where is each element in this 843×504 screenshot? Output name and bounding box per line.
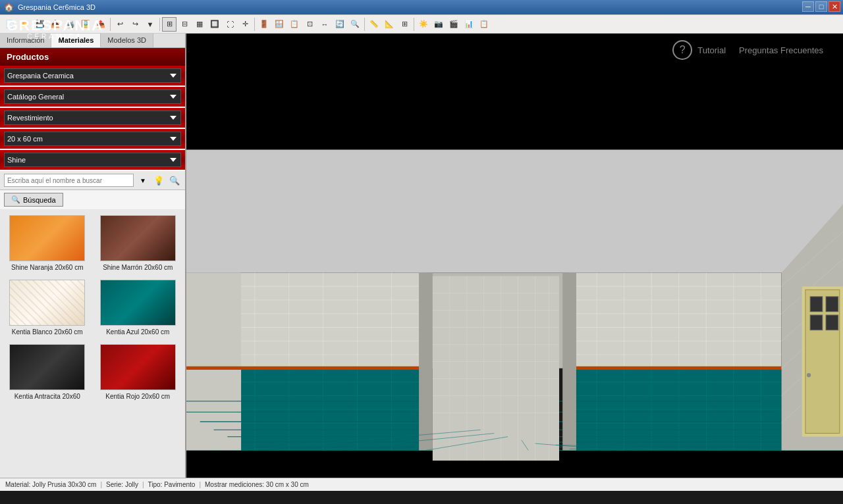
size-dropdown[interactable]: 20 x 60 cm: [4, 132, 181, 146]
fullscreen-button[interactable]: ⛶: [223, 17, 237, 32]
select-button[interactable]: ⊡: [302, 17, 317, 32]
undo-button[interactable]: ↩: [113, 17, 127, 32]
serie-section: Shine: [0, 150, 185, 170]
align-button[interactable]: ⊞: [397, 17, 412, 32]
toolbar-separator-2: [159, 18, 160, 31]
save-button[interactable]: 💾: [33, 17, 47, 32]
brand-section: Grespania Ceramica: [0, 66, 185, 86]
viewport[interactable]: ? Tutorial Preguntas Frecuentes: [186, 34, 843, 478]
settings-button[interactable]: ✛: [238, 17, 252, 32]
open-button[interactable]: 📂: [18, 17, 32, 32]
render-button[interactable]: 🎬: [447, 17, 461, 32]
product-label-shine-marron: Shine Marrón 20x60 cm: [103, 263, 173, 272]
tutorial-label: Tutorial: [697, 45, 726, 55]
svg-rect-98: [810, 315, 823, 330]
type-dropdown[interactable]: Revestimiento: [4, 111, 181, 125]
tutorial-button[interactable]: ? Tutorial: [672, 40, 726, 60]
status-mediciones: Mostrar mediciones: 30 cm x 30 cm: [205, 481, 309, 488]
product-label-kentia-antracita: Kentia Antracita 20x60: [14, 392, 80, 401]
grid2d-button[interactable]: ⊞: [162, 17, 177, 32]
product-label-shine-naranja: Shine Naranja 20x60 cm: [11, 263, 84, 272]
undo-dropdown[interactable]: ▼: [143, 17, 157, 32]
image-button[interactable]: 🖼️: [78, 17, 93, 32]
export-button[interactable]: 📤: [94, 17, 108, 32]
view3d-button[interactable]: 🔲: [207, 17, 222, 32]
dropdown-arrow-button[interactable]: ▼: [136, 174, 150, 187]
rotate-button[interactable]: 🔄: [333, 17, 347, 32]
new-button[interactable]: 📄: [3, 17, 17, 32]
measure-button[interactable]: 📏: [367, 17, 381, 32]
sun-button[interactable]: ☀️: [416, 17, 431, 32]
product-shine-naranja[interactable]: Shine Naranja 20x60 cm: [4, 213, 91, 274]
chart-button[interactable]: 📊: [462, 17, 476, 32]
tab-modelos3d[interactable]: Modelos 3D: [101, 34, 153, 47]
svg-rect-71: [433, 276, 559, 461]
svg-marker-16: [570, 272, 782, 368]
grid3d-button[interactable]: ⊟: [177, 17, 192, 32]
catalog-dropdown[interactable]: Catálogo General: [4, 89, 181, 104]
svg-rect-97: [826, 297, 838, 312]
product-thumb-kentia-rojo: [100, 344, 176, 390]
status-sep-2: |: [142, 481, 144, 488]
camera-button[interactable]: 📷: [431, 17, 446, 32]
print-button[interactable]: 🖨️: [63, 17, 78, 32]
maximize-button[interactable]: □: [815, 1, 827, 12]
product-kentia-blanco[interactable]: Kentia Blanco 20x60 cm: [4, 278, 91, 338]
toolbar-area: 📄 📂 💾 📥 🖨️ 🖼️ 📤 ↩ ↪ ▼ ⊞ ⊟ ▦ 🔲 ⛶ ✛ 🚪 🪟 📋 …: [0, 14, 843, 34]
window-button[interactable]: 🪟: [272, 17, 286, 32]
toolbar-separator-4: [364, 18, 365, 31]
product-shine-marron[interactable]: Shine Marrón 20x60 cm: [95, 213, 182, 274]
saveas-button[interactable]: 📥: [48, 17, 63, 32]
product-thumb-kentia-antracita: [9, 344, 85, 390]
svg-marker-1: [186, 150, 843, 273]
svg-rect-67: [186, 366, 425, 370]
svg-rect-70: [562, 272, 576, 450]
zoom-button[interactable]: 🔍: [348, 17, 362, 32]
brand-dropdown[interactable]: Grespania Ceramica: [4, 68, 181, 83]
product-thumb-shine-marron: [100, 215, 176, 261]
busqueda-button[interactable]: 🔍 Búsqueda: [4, 193, 63, 207]
minimize-button[interactable]: ─: [802, 1, 814, 12]
faq-label: Preguntas Frecuentes: [739, 45, 823, 55]
product-label-kentia-blanco: Kentia Blanco 20x60 cm: [12, 328, 83, 336]
product-row-1: Shine Naranja 20x60 cm Shine Marrón 20x6…: [4, 213, 181, 274]
products-header: Productos: [0, 48, 185, 66]
search-area: ▼ 💡 🔍: [0, 171, 185, 190]
app-icon: 🏠: [4, 3, 14, 12]
split-button[interactable]: ▦: [192, 17, 207, 32]
product-kentia-azul[interactable]: Kentia Azul 20x60 cm: [95, 278, 182, 338]
product-thumb-shine-naranja: [9, 215, 85, 261]
main-area: Información Materiales Modelos 3D Produc…: [0, 34, 843, 478]
table-button[interactable]: 📋: [477, 17, 491, 32]
tab-materiales[interactable]: Materiales: [51, 34, 101, 47]
window-controls: ─ □ ✕: [802, 1, 840, 12]
tab-bar: Información Materiales Modelos 3D: [0, 34, 185, 48]
serie-dropdown[interactable]: Shine: [4, 153, 181, 167]
product-label-kentia-rojo: Kentia Rojo 20x60 cm: [105, 392, 170, 401]
product-row-2: Kentia Blanco 20x60 cm Kentia Azul 20x60…: [4, 278, 181, 338]
product-kentia-rojo[interactable]: Kentia Rojo 20x60 cm: [95, 342, 182, 403]
toolbar-separator-3: [254, 18, 255, 31]
search-icon: 🔍: [11, 195, 20, 204]
door-button[interactable]: 🚪: [257, 17, 271, 32]
tab-informacion[interactable]: Información: [0, 34, 51, 47]
product-kentia-antracita[interactable]: Kentia Antracita 20x60: [4, 342, 91, 403]
move-button[interactable]: ↔: [317, 17, 332, 32]
svg-rect-69: [419, 272, 433, 450]
faq-button[interactable]: Preguntas Frecuentes: [739, 45, 823, 55]
lightbulb-button[interactable]: 💡: [152, 174, 165, 187]
close-button[interactable]: ✕: [829, 1, 840, 12]
top-right-buttons: ? Tutorial Preguntas Frecuentes: [672, 40, 823, 60]
search-button[interactable]: 🔍: [168, 174, 181, 187]
busqueda-label: Búsqueda: [23, 196, 56, 204]
search-input[interactable]: [4, 174, 134, 187]
redo-button[interactable]: ↪: [128, 17, 142, 32]
copy-button[interactable]: 📋: [287, 17, 302, 32]
catalog-section: Catálogo General: [0, 87, 185, 107]
svg-rect-68: [570, 366, 782, 370]
status-tipo: Tipo: Pavimento: [148, 481, 196, 488]
ruler-button[interactable]: 📐: [382, 17, 396, 32]
toolbar-separator-1: [110, 18, 111, 31]
status-material: Material: Jolly Prusia 30x30 cm: [5, 481, 96, 488]
tutorial-icon: ?: [672, 40, 692, 60]
